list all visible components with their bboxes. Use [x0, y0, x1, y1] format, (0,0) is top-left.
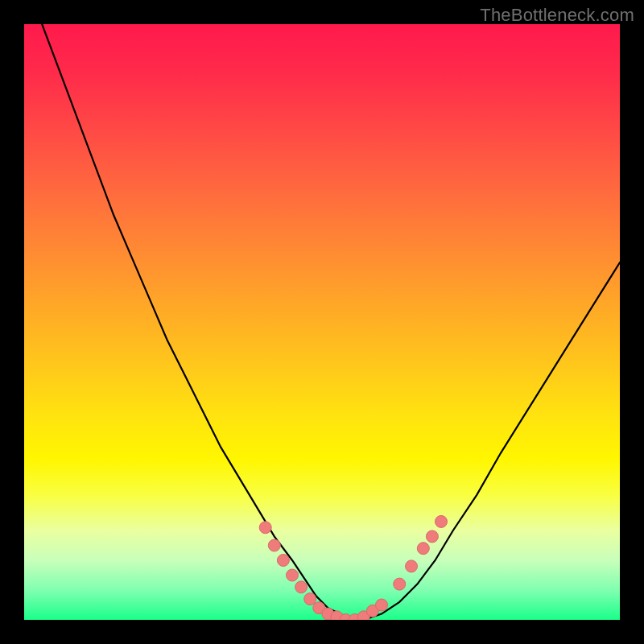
curve-svg: [24, 24, 620, 620]
curve-marker-dot: [259, 522, 271, 534]
curve-marker-dot: [406, 560, 418, 572]
watermark-text: TheBottleneck.com: [480, 5, 634, 26]
curve-marker-group: [259, 515, 447, 620]
curve-marker-dot: [394, 578, 406, 590]
curve-marker-dot: [417, 543, 429, 555]
curve-marker-dot: [376, 599, 388, 611]
curve-marker-dot: [304, 593, 316, 605]
curve-marker-dot: [426, 530, 438, 543]
curve-marker-dot: [295, 581, 308, 593]
curve-marker-dot: [268, 539, 280, 551]
curve-marker-dot: [277, 555, 289, 567]
curve-marker-dot: [436, 515, 448, 527]
curve-marker-dot: [287, 569, 299, 581]
chart-frame: TheBottleneck.com: [0, 0, 644, 644]
bottleneck-curve: [42, 24, 620, 620]
plot-area: [24, 24, 620, 620]
